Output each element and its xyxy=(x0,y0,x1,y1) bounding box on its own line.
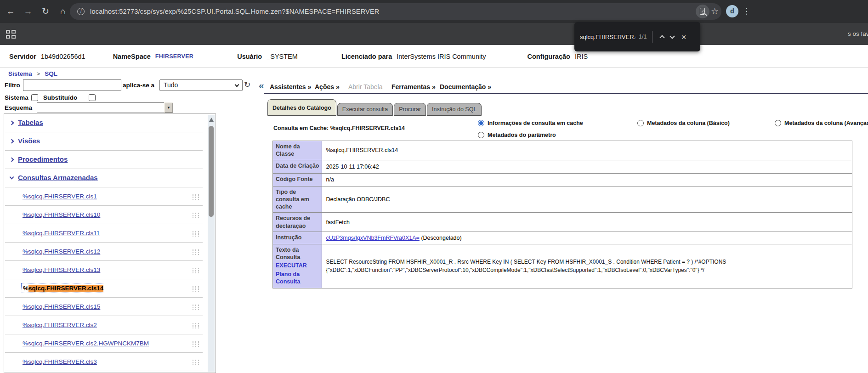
tree-item-procedures[interactable]: Procedimentos xyxy=(5,151,203,169)
radio-column-basic-label[interactable]: Metadados da coluna (Básico) xyxy=(647,120,730,126)
browser-toolbar: ← → ↻ ⌂ i localhost:52773/csp/sys/exp/%2… xyxy=(0,0,868,23)
find-highlight: sqlcq.FHIRSERVER.cls14 xyxy=(28,285,103,292)
tree-item-cls15[interactable]: %sqlcq.FHIRSERVER.cls15 xyxy=(5,298,203,316)
radio-parameter[interactable] xyxy=(478,132,484,138)
tree-scrollbar[interactable] xyxy=(208,115,215,372)
profile-avatar[interactable]: d xyxy=(726,5,738,17)
table-row: Recursos de declaração fastFetch xyxy=(273,213,852,232)
create-date-label: Data de Criação xyxy=(273,160,322,173)
find-bar[interactable]: sqlcq.FHIRSERVER.cls14 1/1 × xyxy=(574,22,700,51)
drag-handle-icon[interactable] xyxy=(192,231,199,237)
radio-cache-info[interactable] xyxy=(478,120,484,126)
breadcrumb: Sistema > SQL xyxy=(8,70,57,77)
tab-sql-statement[interactable]: Instrução do SQL xyxy=(427,103,482,116)
tree-item-cls2[interactable]: %sqlcq.FHIRSERVER.cls2 xyxy=(5,316,203,334)
drag-handle-icon[interactable] xyxy=(192,249,199,255)
query-plan-link[interactable]: Plano da Consulta xyxy=(276,271,319,286)
namespace-link[interactable]: FHIRSERVER xyxy=(155,53,193,60)
radio-column-advanced-label[interactable]: Metadados da coluna (Avançado) xyxy=(784,120,868,126)
refresh-icon[interactable]: ↻ xyxy=(244,80,250,90)
drag-handle-icon[interactable] xyxy=(192,322,199,328)
menu-tools[interactable]: Ferramentas » xyxy=(391,83,436,90)
drag-handle-icon[interactable] xyxy=(192,212,199,218)
chevron-right-icon[interactable] xyxy=(10,139,14,144)
drag-handle-icon[interactable] xyxy=(192,194,199,200)
drag-handle-icon[interactable] xyxy=(192,304,199,310)
tab-bar: Detalhes do Catálogo Executar consulta P… xyxy=(267,98,482,116)
find-close-icon[interactable]: × xyxy=(681,33,686,41)
find-match-count: 1/1 xyxy=(639,34,647,40)
config-value: IRIS xyxy=(575,53,588,60)
schema-dropdown-button[interactable]: ▼ xyxy=(164,102,173,113)
screen: ← → ↻ ⌂ i localhost:52773/csp/sys/exp/%2… xyxy=(0,0,868,373)
scroll-up-arrow[interactable] xyxy=(209,118,214,122)
back-icon[interactable]: ← xyxy=(4,0,17,23)
statement-value: cUzP3mqs/IgxVNb3FmRFVra0X1A= (Descongela… xyxy=(322,232,852,244)
breadcrumb-system-link[interactable]: Sistema xyxy=(8,70,32,77)
substituted-checkbox[interactable] xyxy=(89,94,96,101)
breadcrumb-separator: > xyxy=(37,70,40,77)
applies-to-label: aplica-se a xyxy=(123,82,154,89)
tree-item-tables[interactable]: Tabelas xyxy=(5,114,203,132)
tab-execute-query[interactable]: Executar consulta xyxy=(337,103,393,116)
tree-item-cls3[interactable]: %sqlcq.FHIRSERVER.cls3 xyxy=(5,353,203,371)
schema-tree-panel: Tabelas Visões Procedimentos Consultas A… xyxy=(4,113,216,373)
table-row: Texto da Consulta EXECUTAR Plano da Cons… xyxy=(273,244,852,288)
schema-label: Esquema xyxy=(5,104,32,111)
create-date-value: 2025-10-11 17:06:42 xyxy=(322,160,852,173)
query-type-value: Declaração ODBC/JDBC xyxy=(322,186,852,213)
radio-column-advanced[interactable] xyxy=(775,120,781,126)
schema-combo-input[interactable] xyxy=(37,102,165,113)
home-icon[interactable]: ⌂ xyxy=(56,0,70,23)
drag-handle-icon[interactable] xyxy=(192,341,199,347)
drag-handle-icon[interactable] xyxy=(192,286,199,292)
chevron-right-icon[interactable] xyxy=(10,158,14,162)
portal-header: Servidor 1b49d02656d1 NameSpace FHIRSERV… xyxy=(0,45,868,68)
find-next-icon[interactable] xyxy=(670,34,675,39)
find-previous-icon[interactable] xyxy=(660,35,665,40)
tab-catalog-details[interactable]: Detalhes do Catálogo xyxy=(267,99,336,116)
url-text[interactable]: localhost:52773/csp/sys/exp/%25CSP.UI.Po… xyxy=(90,8,721,15)
drag-handle-icon[interactable] xyxy=(192,267,199,273)
tree-item-cls2-hgw[interactable]: %sqlcq.FHIRSERVER.cls2.HGWPNCKM7BM xyxy=(5,334,203,353)
collapse-panel-icon[interactable]: « xyxy=(259,80,264,91)
radio-cache-info-label[interactable]: Informações de consulta em cache xyxy=(488,120,583,126)
table-row: Código Fonte n/a xyxy=(273,173,852,186)
tree-item-cls11[interactable]: %sqlcq.FHIRSERVER.cls11 xyxy=(5,224,203,243)
filter-input[interactable] xyxy=(23,79,121,91)
apps-grid-icon[interactable] xyxy=(6,30,16,39)
tree-item-cls1[interactable]: %sqlcq.FHIRSERVER.cls1 xyxy=(5,187,203,206)
forward-icon[interactable]: → xyxy=(21,0,35,23)
address-bar[interactable]: i localhost:52773/csp/sys/exp/%25CSP.UI.… xyxy=(70,3,721,20)
execute-link[interactable]: EXECUTAR xyxy=(276,262,319,269)
statement-hash-link[interactable]: cUzP3mqs/IgxVNb3FmRFVra0X1A= xyxy=(326,235,419,241)
find-query-input[interactable]: sqlcq.FHIRSERVER.cls14 xyxy=(580,34,636,40)
chevron-right-icon[interactable] xyxy=(10,121,14,125)
tree-item-views[interactable]: Visões xyxy=(5,132,203,151)
licensed-label: Licenciado para xyxy=(341,53,392,60)
bookmark-star-icon[interactable]: ☆ xyxy=(711,0,719,23)
system-checkbox[interactable] xyxy=(31,94,38,101)
applies-to-select[interactable]: Tudo xyxy=(159,79,243,91)
tree-item-cls13[interactable]: %sqlcq.FHIRSERVER.cls13 xyxy=(5,261,203,279)
selected-tree-item[interactable]: %sqlcq.FHIRSERVER.cls14 xyxy=(22,283,105,293)
tree-item-cls12[interactable]: %sqlcq.FHIRSERVER.cls12 xyxy=(5,243,203,261)
menu-assistants[interactable]: Assistentes » xyxy=(270,83,311,90)
drag-handle-icon[interactable] xyxy=(192,359,199,365)
tree-item-cls10[interactable]: %sqlcq.FHIRSERVER.cls10 xyxy=(5,206,203,224)
chevron-down-icon[interactable] xyxy=(10,175,14,180)
find-in-page-icon[interactable] xyxy=(696,5,709,18)
radio-parameter-label[interactable]: Metadados do parâmetro xyxy=(488,132,556,138)
page-info-icon[interactable]: i xyxy=(77,8,85,15)
all-bookmarks-label[interactable]: s os favoritos xyxy=(848,23,868,45)
tab-browse[interactable]: Procurar xyxy=(394,103,426,116)
menu-documentation[interactable]: Documentação » xyxy=(440,83,491,90)
menu-rule xyxy=(264,93,868,94)
radio-column-basic[interactable] xyxy=(637,120,644,126)
browser-menu-icon[interactable]: ⋮ xyxy=(743,0,750,23)
tree-item-cls14-selected[interactable]: %sqlcq.FHIRSERVER.cls14 xyxy=(5,279,203,298)
tree-item-cached-queries[interactable]: Consultas Armazenadas xyxy=(5,169,203,187)
scrollbar-thumb[interactable] xyxy=(209,126,214,217)
reload-icon[interactable]: ↻ xyxy=(39,0,52,23)
menu-actions[interactable]: Ações » xyxy=(315,83,340,90)
